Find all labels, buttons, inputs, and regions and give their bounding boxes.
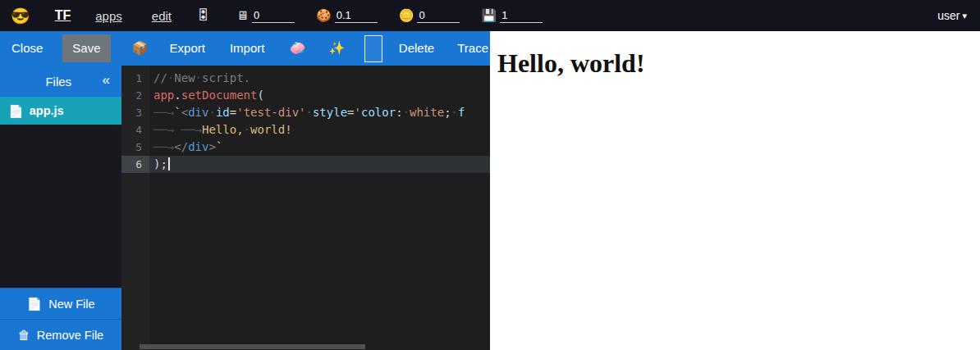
delete-button[interactable]: Delete: [397, 34, 436, 62]
coin-stat-value[interactable]: 0: [417, 9, 460, 23]
close-button[interactable]: Close: [10, 34, 44, 62]
code-lines: 1//·New·script.2app.setDocument(3──→`<di…: [121, 66, 490, 173]
brand-link-tf[interactable]: TF: [55, 8, 71, 23]
code-text: ──→ ──→Hello,·world!: [149, 121, 490, 139]
remove-file-button[interactable]: 🗑 Remove File: [0, 319, 121, 350]
nav-link-apps[interactable]: apps: [95, 9, 122, 23]
export-button[interactable]: Export: [168, 34, 207, 62]
new-file-icon: 📄: [26, 298, 42, 310]
cookie-stat: 🍪 0.1: [316, 9, 378, 23]
code-line[interactable]: 5──→</div>`: [121, 139, 490, 156]
stats-group: 🖥 0 🍪 0.1 🪙 0 💾 1: [236, 9, 543, 23]
code-text: );: [149, 156, 490, 173]
coin-stat: 🪙 0: [399, 9, 460, 23]
files-sidebar: Files « 📄 app.js 📄 New File 🗑 Remove Fil…: [0, 66, 121, 350]
code-text: //·New·script.: [149, 70, 490, 87]
save-button[interactable]: Save: [62, 34, 110, 62]
user-menu[interactable]: user ▾: [937, 9, 967, 22]
topbar: 😎 TF apps edit 🎛 🖥 0 🍪 0.1 🪙 0 💾 1: [0, 0, 980, 31]
floppy-stat: 💾 1: [481, 9, 543, 23]
import-button[interactable]: Import: [228, 34, 267, 62]
empty-box-button[interactable]: [364, 35, 382, 62]
control-knobs-icon[interactable]: 🎛: [196, 7, 210, 24]
horizontal-scrollbar: [121, 343, 490, 350]
code-text: app.setDocument(: [149, 87, 490, 104]
files-panel-title: Files: [0, 75, 103, 89]
app-root: 😎 TF apps edit 🎛 🖥 0 🍪 0.1 🪙 0 💾 1: [0, 0, 980, 350]
line-number: 5: [121, 139, 149, 156]
line-number: 6: [121, 156, 149, 173]
monitor-stat: 🖥 0: [236, 9, 295, 23]
line-number: 3: [121, 104, 149, 121]
coin-icon: 🪙: [399, 9, 414, 23]
code-line[interactable]: 4──→ ──→Hello,·world!: [121, 121, 490, 139]
sparkles-icon[interactable]: ✨: [327, 34, 346, 62]
cookie-icon: 🍪: [316, 9, 332, 23]
preview-heading: Hello, world!: [497, 48, 980, 79]
code-line[interactable]: 6);: [121, 156, 490, 173]
line-number: 4: [121, 121, 149, 139]
files-panel-header: Files «: [0, 66, 121, 97]
code-line[interactable]: 2app.setDocument(: [121, 87, 490, 104]
preview-pane: Hello, world!: [490, 31, 980, 350]
trace-button[interactable]: Trace: [456, 34, 490, 62]
user-menu-label: user: [937, 9, 959, 22]
chevron-down-icon: ▾: [962, 11, 967, 21]
monitor-stat-value[interactable]: 0: [252, 9, 295, 23]
package-icon[interactable]: 📦: [131, 34, 150, 62]
monitor-icon: 🖥: [236, 9, 249, 23]
code-line[interactable]: 3──→`<div·id='test-div'·style='color:·wh…: [121, 104, 490, 121]
new-file-label: New File: [48, 298, 94, 311]
remove-file-label: Remove File: [37, 329, 103, 342]
nav-link-edit[interactable]: edit: [152, 9, 172, 23]
collapse-sidebar-button[interactable]: «: [103, 72, 121, 90]
code-text: ──→</div>`: [149, 139, 490, 156]
new-file-button[interactable]: 📄 New File: [0, 288, 121, 319]
file-item-appjs[interactable]: 📄 app.js: [0, 97, 121, 125]
soap-icon[interactable]: 🧼: [287, 34, 307, 62]
code-text: ──→`<div·id='test-div'·style='color:·whi…: [149, 104, 490, 121]
file-list-empty-area: [0, 125, 121, 288]
cookie-stat-value[interactable]: 0.1: [335, 9, 378, 23]
line-number: 2: [121, 87, 149, 104]
logo-emoji-icon[interactable]: 😎: [11, 8, 30, 24]
editor-toolbar: Close Save 📦 Export Import 🧼 ✨ Delete Tr…: [0, 31, 490, 66]
trash-icon: 🗑: [18, 329, 30, 341]
code-line[interactable]: 1//·New·script.: [121, 70, 490, 87]
floppy-stat-value[interactable]: 1: [500, 9, 543, 23]
file-name: app.js: [30, 104, 64, 117]
code-editor[interactable]: 1//·New·script.2app.setDocument(3──→`<di…: [121, 66, 490, 350]
file-icon: 📄: [8, 105, 24, 117]
text-cursor: [168, 157, 170, 170]
floppy-disk-icon: 💾: [481, 9, 497, 23]
line-number: 1: [121, 70, 149, 87]
scrollbar-thumb[interactable]: [140, 344, 365, 349]
